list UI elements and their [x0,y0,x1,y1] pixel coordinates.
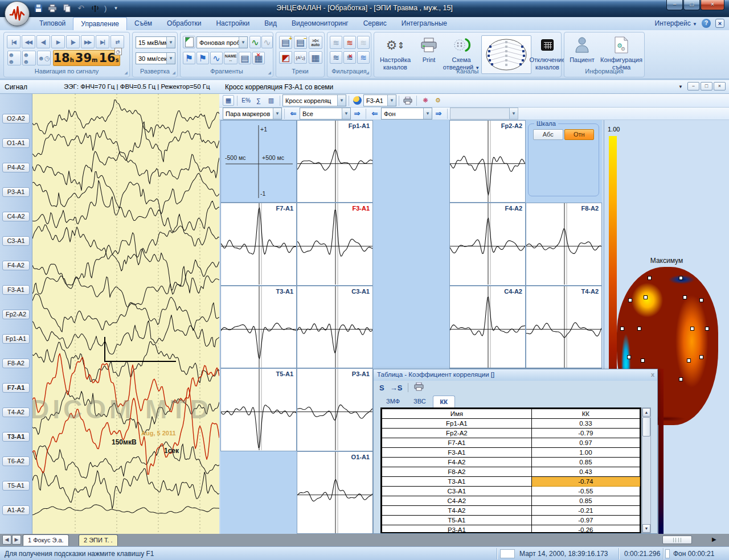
filter-custom-icon[interactable]: ≋ [357,51,370,64]
patient-marker-icon[interactable]: ☻☻ [7,51,21,65]
speed-combo[interactable]: 30 мм/сек▼ [136,52,175,64]
channel-button-F4-A2[interactable]: F4-A2 [2,261,30,270]
epoch-list-icon[interactable]: ▥ [265,95,277,106]
nav-fast-forward-button[interactable]: ▶▶ [81,35,95,48]
channel-button-T6-A2[interactable]: T6-A2 [2,456,30,466]
track-remove-icon[interactable]: ▤− [294,36,307,49]
channel-button-A1-A2[interactable]: A1-A2 [2,505,30,515]
channel-button-T5-A1[interactable]: T5-A1 [2,481,30,491]
reference-channel-combo[interactable]: F3-A1▼ [363,94,396,106]
table-tab-ЗВС[interactable]: ЗВС [407,396,433,407]
fragment-next-icon[interactable]: ⇒ [433,108,444,119]
channel-button-Fp1-A1[interactable]: Fp1-A1 [2,334,30,344]
tab-scroll-left-icon[interactable]: ◀ [2,535,11,545]
fragment-tab[interactable]: 1 Фокус Э.а. [23,534,69,546]
fragment-prev-icon[interactable]: ⇐ [369,108,380,119]
channel-button-C3-A1[interactable]: C3-A1 [2,236,30,246]
nav-step-back-button[interactable]: ◀| [36,35,50,48]
chevron-down-icon[interactable]: ▼ [166,53,175,64]
epoch-percent-icon[interactable]: Е% [240,95,252,106]
close-button[interactable]: × [701,0,724,10]
table-close-icon[interactable]: x [651,371,654,378]
fragment-next-icon[interactable]: ∿ [261,36,273,48]
channel-button-F8-A2[interactable]: F8-A2 [2,359,30,368]
fragment-delete-icon[interactable]: ▦✕ [252,52,265,64]
menu-tab-Съём[interactable]: Съём [127,17,159,30]
scroll-down-icon[interactable]: ▼ [642,524,650,533]
export-s-button[interactable]: →S [390,384,403,392]
print-button[interactable]: Print [416,35,441,64]
panel-minimize-button[interactable]: − [687,82,699,90]
table-row[interactable]: T4-A2-0.21 [382,506,640,516]
table-row[interactable]: F4-A20.85 [382,458,640,467]
range-prev-icon[interactable]: ⇐ [288,108,299,119]
menu-tab-Настройки[interactable]: Настройки [208,17,257,30]
track-add-icon[interactable]: ▤+ [279,36,292,49]
patient-pair-icon[interactable]: ☻☻ [22,51,36,65]
dialog-launcher-icon[interactable]: ◢ [366,71,369,75]
scroll-right-arrow-icon[interactable]: ▶ [712,536,716,542]
fragment-name-icon[interactable]: NAME↔ [224,52,237,64]
nav-play-button[interactable]: ▶ [51,35,65,48]
corr-plot-C3-A1[interactable]: C3-A1 [297,286,373,368]
analysis-type-combo[interactable]: Кросс корреляц▼ [282,94,346,106]
corr-plot-F4-A2[interactable]: F4-A2 [449,203,526,285]
table-row[interactable]: P3-A1-0.26 [382,525,640,534]
channel-button-Fp2-A2[interactable]: Fp2-A2 [2,310,30,319]
table-row[interactable]: C3-A1-0.55 [382,487,640,496]
filter-band-icon[interactable]: ≋ [330,51,342,64]
table-row[interactable]: F7-A10.97 [382,438,640,448]
chevron-down-icon[interactable]: ▼ [387,95,396,106]
chevron-down-icon[interactable]: ▼ [342,108,350,119]
corr-plot-P3-A1[interactable]: P3-A1 [297,368,373,451]
chevron-down-icon[interactable]: ▼ [239,37,247,48]
flag-end-icon[interactable]: ⚑ [196,52,209,64]
options-gear-icon[interactable]: ⚙ [432,95,444,106]
horizontal-scrollbar-thumb[interactable] [662,536,692,544]
dialog-launcher-icon[interactable]: ◢ [268,71,271,75]
corr-plot-T3-A1[interactable]: T3-A1 [220,286,297,368]
table-row[interactable]: C4-A20.85 [382,496,640,506]
fragment-wave-icon[interactable]: ∿ [210,52,223,64]
patient-time-icon[interactable]: ☻◷ [37,51,51,65]
nav-rewind-button[interactable]: ◀◀ [22,35,35,48]
patient-button[interactable]: Пациент [567,35,597,64]
table-row[interactable]: F3-A11.00 [382,448,640,458]
table-row[interactable]: T5-A1-0.97 [382,516,640,525]
table-print-icon[interactable] [414,382,424,393]
nav-last-button[interactable]: ▶| [96,35,109,48]
corr-plot-F8-A2[interactable]: F8-A2 [526,203,602,285]
track-invert-icon[interactable]: ◩ [279,51,292,64]
channel-button-P4-A2[interactable]: P4-A2 [2,163,30,172]
table-row[interactable]: T3-A1-0.74 [382,477,640,487]
channel-button-O1-A1[interactable]: O1-A1 [2,138,30,148]
corr-plot-C4-A2[interactable]: C4-A2 [449,286,526,368]
corr-plot-Fp2-A2[interactable]: Fp2-A2 [449,120,526,203]
restore-button[interactable]: □ [683,0,700,10]
dialog-launcher-icon[interactable]: ◢ [173,71,175,75]
table-row[interactable]: Fp2-A2-0.79 [382,429,640,438]
corr-plot-F3-A1[interactable]: F3-A1 [297,203,373,285]
track-reference-icon[interactable]: {A¹₂} [294,51,307,64]
range-combo[interactable]: Все▼ [300,108,351,120]
table-scrollbar[interactable]: ▲ ▼ [642,407,651,533]
nav-first-button[interactable]: |◀ [7,35,21,48]
filter-high-icon[interactable]: ≋ [343,36,356,49]
table-view-icon[interactable]: ▦ [223,95,234,106]
filter-off-icon[interactable]: ≋✕ [343,51,356,64]
channel-disable-button[interactable]: Отключение каналов [534,35,561,71]
panel-maximize-button[interactable]: □ [701,82,712,90]
table-tab-ЗМФ[interactable]: ЗМФ [379,396,407,407]
clock-icon[interactable]: ◷ [114,48,122,55]
channel-button-T3-A1[interactable]: T3-A1 [2,432,30,442]
fragment-table-icon[interactable]: ▤ [239,52,251,64]
menu-tab-Обработки[interactable]: Обработки [159,17,208,30]
help-icon[interactable]: ? [702,19,711,28]
tab-scroll-right-icon[interactable]: ▶ [12,535,21,545]
table-row[interactable]: F8-A20.43 [382,467,640,477]
scrollbar-thumb[interactable] [642,417,650,437]
interface-menu[interactable]: Интерфейс ▼ [655,19,697,27]
menu-tab-Управление[interactable]: Управление [73,17,127,30]
dialog-launcher-icon[interactable]: ◢ [125,71,128,75]
chevron-down-icon[interactable]: ▼ [337,95,346,106]
